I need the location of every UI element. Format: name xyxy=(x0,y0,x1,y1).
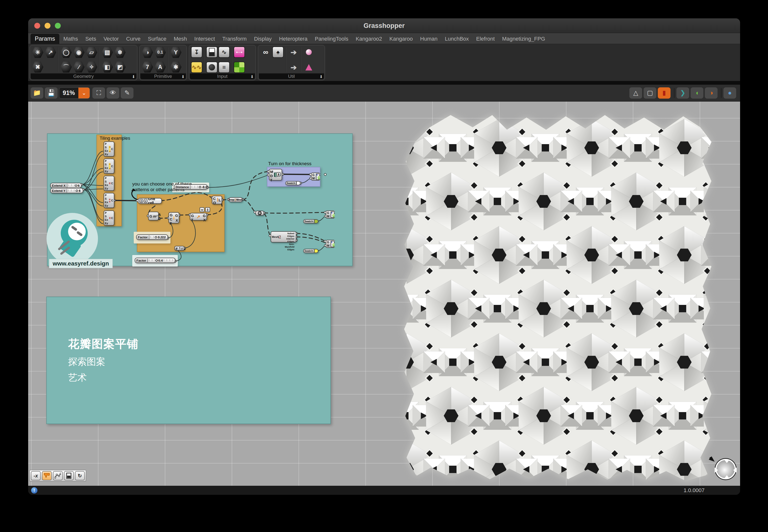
slider-track[interactable]: 0.4 xyxy=(148,259,175,262)
custom-preview-1[interactable]: GM xyxy=(311,173,320,181)
slider-extendx[interactable]: Extend X6 xyxy=(50,183,81,188)
galapagos-icon[interactable] xyxy=(303,62,315,73)
path-icon[interactable]: Y xyxy=(170,46,182,58)
knob-icon[interactable] xyxy=(206,62,218,73)
remote-glasses-icon[interactable]: ∞ xyxy=(260,46,271,58)
slider-knob[interactable] xyxy=(199,186,201,188)
data-tree-icon[interactable]: ♠ xyxy=(272,46,284,58)
swatch-color[interactable] xyxy=(314,220,318,223)
profiler-widget-button[interactable] xyxy=(64,471,74,480)
preview-eye-button[interactable]: 👁 xyxy=(106,87,119,99)
curve-icon[interactable]: ⌒ xyxy=(60,61,72,73)
slider-track[interactable]: 6 xyxy=(67,189,83,193)
shaded-preview-button[interactable]: ▮ xyxy=(658,87,671,99)
circle-icon[interactable]: ◯ xyxy=(60,46,72,58)
filter-icon[interactable]: ⋎ xyxy=(144,199,147,203)
colour-swatch-icon[interactable] xyxy=(234,62,245,73)
slider-knob[interactable] xyxy=(75,185,77,187)
slider-knob[interactable] xyxy=(155,236,157,238)
menu-tab-curve[interactable]: Curve xyxy=(122,34,144,44)
item-list-icon[interactable]: ≡ xyxy=(219,62,230,73)
tiling-pattern-component-2[interactable]: PSExEyC xyxy=(104,159,114,174)
slider-extendy[interactable]: Extend Y6 xyxy=(50,188,83,193)
menu-tab-display[interactable]: Display xyxy=(250,34,275,44)
green-preview-button[interactable]: ◖ xyxy=(691,87,703,99)
slider-track[interactable]: -0.082 xyxy=(190,185,207,189)
boolean-toggle-icon[interactable] xyxy=(206,46,218,58)
plane-icon[interactable]: ▱ xyxy=(86,46,97,58)
menu-tab-sets[interactable]: Sets xyxy=(82,34,100,44)
slider-track[interactable]: 0.222 xyxy=(149,235,167,239)
wire-widget-button[interactable] xyxy=(53,471,63,480)
menu-tab-panelingtools[interactable]: PanelingTools xyxy=(311,34,352,44)
filter-icon[interactable]: ⋎ xyxy=(200,207,205,212)
menu-tab-intersect[interactable]: Intersect xyxy=(190,34,219,44)
integer-icon[interactable]: 7 xyxy=(141,61,153,73)
menu-tab-elefront[interactable]: Elefront xyxy=(472,34,498,44)
slider-knob[interactable] xyxy=(155,259,158,262)
mesh-combine-component[interactable]: ❄ xyxy=(256,211,264,216)
paint-widget-button[interactable] xyxy=(42,471,52,480)
group-expand-icon[interactable]: ⬇ xyxy=(251,74,254,79)
info-icon[interactable]: ! xyxy=(31,487,37,494)
mesh-icon[interactable]: ❄ xyxy=(114,46,126,58)
mesh-brep-component[interactable]: Brep Mesh xyxy=(229,197,243,202)
blue-sphere-button[interactable]: ● xyxy=(723,87,736,99)
group-expand-icon[interactable]: ⬇ xyxy=(320,74,323,79)
selected-only-button[interactable]: ❯ xyxy=(676,87,689,99)
menu-tab-transform[interactable]: Transform xyxy=(219,34,250,44)
swatch-white[interactable]: Swatch xyxy=(285,181,301,185)
zoom-control[interactable]: 91%⌄ xyxy=(59,87,90,99)
move-component[interactable]: GT ↗ GX xyxy=(190,213,207,220)
cherry-picker-icon[interactable] xyxy=(260,62,271,73)
zoom-extents-button[interactable]: ⛶ xyxy=(92,87,105,99)
menu-tab-vector[interactable]: Vector xyxy=(100,34,122,44)
vector-icon[interactable]: ↗ xyxy=(45,46,56,58)
wireframe-preview-button[interactable]: △ xyxy=(630,87,642,99)
close-icon[interactable]: ✖ xyxy=(32,61,44,73)
title-bar[interactable]: Grasshopper xyxy=(28,18,740,33)
menu-tab-lunchbox[interactable]: LunchBox xyxy=(441,34,472,44)
slider-factorb[interactable]: Factor0.4 xyxy=(135,258,175,263)
cluster-icon[interactable] xyxy=(303,46,315,58)
menu-tab-params[interactable]: Params xyxy=(30,33,60,44)
group-expand-icon[interactable]: ⬇ xyxy=(181,74,184,79)
menu-tab-kangaroo[interactable]: Kangaroo xyxy=(386,34,416,44)
thicken-solution-icon[interactable]: ⬇ xyxy=(277,172,281,176)
relay-icon[interactable]: ➔ xyxy=(288,46,299,58)
graft-icon[interactable]: ↥ xyxy=(205,207,210,212)
expression-widget-button[interactable]: -x xyxy=(31,471,41,480)
slider-factora[interactable]: Factor0.222 xyxy=(136,234,168,240)
tiling-pattern-component-3[interactable]: PSExEyC xyxy=(104,176,114,191)
custom-preview-3[interactable]: GM xyxy=(326,240,335,248)
m2-component[interactable]: G m² AC xyxy=(148,212,159,220)
two-tone-preview-button[interactable]: ◑ xyxy=(705,87,718,99)
brep-icon[interactable]: ◩ xyxy=(114,61,126,73)
sketch-pen-button[interactable]: ✎ xyxy=(121,87,133,99)
swatch-color[interactable] xyxy=(296,182,300,185)
text-icon[interactable]: A xyxy=(154,61,166,73)
swatch-olive[interactable]: Swatch xyxy=(303,219,318,223)
unit-z-component[interactable]: F ↿z V xyxy=(174,246,184,251)
menu-tab-maths[interactable]: Maths xyxy=(60,34,82,44)
navigation-sphere[interactable] xyxy=(715,459,736,479)
gh-canvas[interactable]: Tiling examples xyxy=(28,102,740,486)
tiling-pattern-component-5[interactable]: PSExEyC xyxy=(104,210,114,226)
hidden-preview-button[interactable]: ▢ xyxy=(644,87,656,99)
graph-mapper-icon[interactable]: ∿ xyxy=(219,46,230,58)
menu-tab-kangaroo2[interactable]: Kangaroo2 xyxy=(352,34,386,44)
menu-tab-mesh[interactable]: Mesh xyxy=(170,34,191,44)
scale-component[interactable]: GCF GX xyxy=(168,212,179,223)
swatch-color[interactable] xyxy=(314,249,318,253)
tiling-pattern-component-4[interactable]: PSExEyC xyxy=(104,193,114,208)
spiral-icon[interactable]: ◉ xyxy=(73,46,85,58)
move-toggles[interactable]: ⋎ ↥ xyxy=(200,207,210,212)
boolean-icon[interactable]: ◑ xyxy=(141,46,153,58)
box-icon[interactable]: ▧ xyxy=(101,46,113,58)
data-icon[interactable]: ✱ xyxy=(170,61,182,73)
slider-track[interactable]: 6 xyxy=(67,184,81,187)
redraw-widget-button[interactable]: ↻ xyxy=(75,471,85,480)
custom-preview-2[interactable]: GM xyxy=(326,210,335,219)
menu-tab-surface[interactable]: Surface xyxy=(144,34,170,44)
menu-tab-human[interactable]: Human xyxy=(417,34,441,44)
